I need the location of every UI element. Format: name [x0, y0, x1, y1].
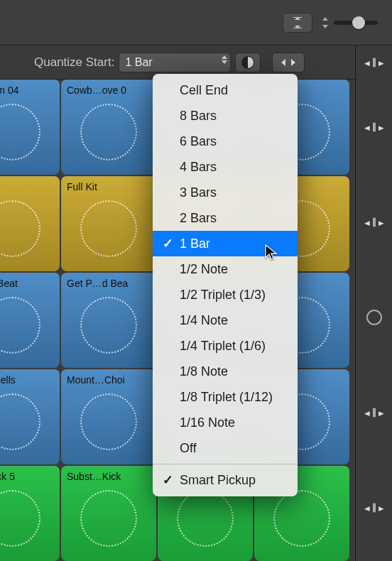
- quantize-value: 1 Bar: [125, 56, 152, 69]
- circle-icon: [366, 310, 382, 325]
- rail-button-4[interactable]: [356, 365, 392, 460]
- svg-rect-1: [293, 28, 302, 28]
- cell-label: or…a Beat: [0, 278, 54, 289]
- waveform-icon: [273, 490, 330, 547]
- menu-item[interactable]: 1/16 Note: [153, 410, 298, 435]
- menu-item[interactable]: 1/8 Triplet (1/12): [153, 384, 298, 410]
- cell-label: Full Kit: [67, 181, 151, 192]
- h-split-icon: [367, 121, 381, 134]
- menu-item[interactable]: 6 Bars: [153, 129, 298, 154]
- menu-item[interactable]: Cell End: [153, 77, 298, 103]
- menu-item[interactable]: 2 Bars: [153, 205, 298, 231]
- waveform-icon: [0, 104, 40, 160]
- waveform-icon: [0, 297, 40, 354]
- reverse-button[interactable]: [272, 53, 305, 72]
- waveform-icon: [80, 490, 137, 547]
- phase-icon: [241, 56, 254, 69]
- cell-label: Mount…Choi: [67, 374, 151, 386]
- menu-item[interactable]: 1/4 Note: [153, 307, 298, 333]
- zoom-slider-track[interactable]: [334, 21, 378, 25]
- waveform-icon: [0, 200, 40, 257]
- top-toolbar: [0, 0, 392, 45]
- waveform-icon: [80, 104, 137, 160]
- waveform-icon: [80, 393, 137, 450]
- rail-button-1[interactable]: [356, 80, 392, 175]
- quantize-menu: Cell End8 Bars6 Bars4 Bars3 Bars2 Bars1 …: [153, 74, 298, 496]
- cell[interactable]: Get P…d Bea: [61, 273, 156, 368]
- cell[interactable]: Cowb…ove 0: [61, 80, 156, 175]
- rail-button-0[interactable]: [356, 45, 392, 80]
- cell[interactable]: Mount…Choi: [61, 369, 156, 464]
- rail-button-3[interactable]: [356, 270, 392, 365]
- waveform-icon: [0, 393, 40, 450]
- vertical-resize-icon: [292, 16, 303, 29]
- cell-label: unt…Bells: [0, 374, 54, 386]
- cell-label: an…um 04: [0, 85, 54, 96]
- cell[interactable]: an…um 04: [0, 80, 60, 175]
- cell[interactable]: or…a Beat: [0, 273, 60, 368]
- menu-item[interactable]: 1/4 Triplet (1/6): [153, 333, 298, 359]
- vertical-arrows-icon: [321, 16, 330, 29]
- quantize-dropdown[interactable]: 1 Bar: [119, 53, 231, 72]
- waveform-icon: [177, 490, 234, 547]
- menu-item[interactable]: 1/8 Note: [153, 359, 298, 384]
- menu-item[interactable]: Off: [153, 435, 298, 461]
- h-split-icon: [367, 406, 381, 419]
- menu-item[interactable]: 3 Bars: [153, 180, 298, 205]
- rail-button-2[interactable]: [356, 175, 392, 270]
- cell-label: st…Kick 5: [0, 471, 54, 482]
- zoom-slider[interactable]: [321, 16, 378, 29]
- cell-label: Subst…Kick: [67, 471, 151, 482]
- menu-item[interactable]: 8 Bars: [153, 103, 298, 129]
- cell-label: Shot: [0, 181, 54, 192]
- cell[interactable]: Subst…Kick: [61, 466, 156, 561]
- h-split-icon: [367, 216, 381, 229]
- cell-label: Get P…d Bea: [67, 278, 151, 289]
- menu-item[interactable]: 1/2 Triplet (1/3): [153, 282, 298, 307]
- h-split-icon: [367, 56, 381, 69]
- waveform-icon: [0, 490, 40, 547]
- cell[interactable]: Full Kit: [61, 176, 156, 271]
- menu-item-smart-pickup[interactable]: Smart Pickup: [153, 467, 298, 493]
- quantize-label: Quantize Start:: [34, 55, 114, 70]
- menu-item[interactable]: 4 Bars: [153, 154, 298, 180]
- h-arrows-icon: [281, 58, 296, 67]
- dropdown-stepper-icon: [222, 55, 227, 64]
- h-split-icon: [367, 501, 381, 514]
- cell[interactable]: unt…Bells: [0, 369, 60, 464]
- cell[interactable]: Shot: [0, 176, 60, 271]
- vertical-resize-button[interactable]: [283, 13, 312, 33]
- menu-separator: [153, 464, 298, 464]
- rail-button-5[interactable]: [356, 460, 392, 555]
- right-rail: [355, 45, 392, 561]
- zoom-slider-knob[interactable]: [352, 16, 365, 29]
- cursor-icon: [264, 244, 278, 261]
- cell[interactable]: st…Kick 5: [0, 466, 60, 561]
- cell-label: Cowb…ove 0: [67, 85, 151, 96]
- svg-rect-0: [293, 17, 302, 18]
- waveform-icon: [80, 200, 137, 257]
- waveform-icon: [80, 297, 137, 354]
- phase-button[interactable]: [235, 53, 261, 72]
